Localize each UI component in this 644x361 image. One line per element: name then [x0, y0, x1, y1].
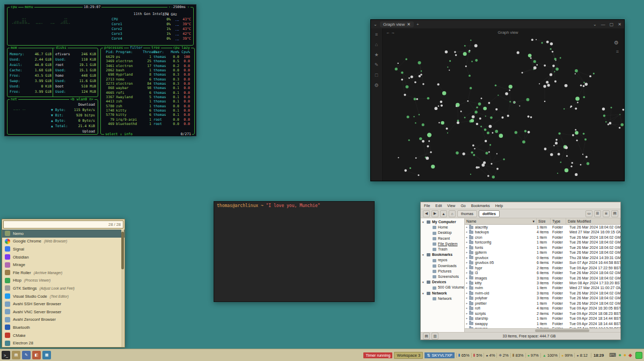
- file-row[interactable]: ▸ polybar 3 items Folder Tue 26 Mar 2024…: [465, 296, 620, 300]
- btop-net-title[interactable]: net: [10, 98, 18, 101]
- file-row[interactable]: ▸ prettier 1 item Folder Tue 26 Mar 2024…: [465, 301, 620, 306]
- chevron-down-icon[interactable]: ⌄: [374, 22, 377, 27]
- sidebar-item[interactable]: ▾ repos: [421, 257, 464, 263]
- horizontal-scrollbar[interactable]: [465, 328, 620, 332]
- side-pane-tree-button[interactable]: ▥: [431, 333, 438, 340]
- chevron-down-icon[interactable]: ⌄: [593, 22, 597, 27]
- forward-button[interactable]: ▶: [431, 210, 438, 217]
- sidebar-item[interactable]: ▾ Network: [421, 291, 464, 296]
- terminal-window[interactable]: thomas@archlinux ~ "I love you, Munchie": [214, 201, 375, 302]
- stat-segment[interactable]: ▲ 100%: [540, 353, 559, 358]
- file-row[interactable]: ▸ i3 6 items Folder Tue 26 Mar 2024 18:0…: [465, 270, 620, 275]
- process-filter-button[interactable]: filter: [129, 46, 143, 50]
- expander-icon[interactable]: ▸: [465, 306, 469, 311]
- ribbon-icon[interactable]: ★: [374, 52, 378, 57]
- stat-segment[interactable]: ▮ 5%: [471, 353, 484, 358]
- expander-icon[interactable]: ▸: [465, 281, 469, 285]
- column-date-modified[interactable]: Date Modified: [566, 218, 620, 224]
- workspace-indicator[interactable]: Workspace 3: [394, 352, 423, 359]
- sidebar-item[interactable]: ▾ My Computer: [421, 219, 464, 225]
- expander-icon[interactable]: ▸: [465, 276, 469, 281]
- nav-back-icon[interactable]: ←: [386, 30, 390, 35]
- file-row[interactable]: ▸ hypr 2 items Folder Tue 09 Apr 2024 17…: [465, 266, 620, 270]
- file-row[interactable]: ▸ gruvbox-95 6 items Folder Sun 07 Apr 2…: [465, 260, 620, 265]
- column-size[interactable]: Size: [537, 218, 551, 224]
- app-menu-item[interactable]: Signal: [2, 245, 125, 253]
- app-menu-item[interactable]: File Roller (Archive Manager): [2, 269, 125, 277]
- menu-item[interactable]: Edit: [435, 204, 442, 208]
- launcher-icon[interactable]: ◧: [32, 351, 41, 359]
- nav-forward-icon[interactable]: →: [391, 30, 396, 35]
- stat-segment[interactable]: ▮ 83%: [510, 353, 525, 358]
- stat-segment[interactable]: ● 99%: [559, 353, 574, 358]
- process-row[interactable]: 2062 bash 1 thomas 0.0 0.0: [101, 68, 194, 72]
- process-row[interactable]: 5780 zsh 1 thomas 0.0 0.0: [101, 104, 194, 108]
- expander-icon[interactable]: ▸: [465, 245, 469, 250]
- home-button[interactable]: ⌂: [449, 210, 456, 217]
- file-row[interactable]: ▸ nvim-old 3 items Folder Tue 26 Mar 202…: [465, 291, 620, 296]
- process-sort-button[interactable]: cpu lazy: [172, 46, 191, 50]
- app-menu-item[interactable]: Google Chrome (Web Browser): [2, 238, 125, 246]
- expander-icon[interactable]: ▸: [465, 260, 469, 265]
- tray-icon[interactable]: ◆: [628, 352, 632, 358]
- close-icon[interactable]: ✕: [618, 22, 621, 27]
- file-row[interactable]: ▸ gpferm 1 item Folder Tue 26 Mar 2024 1…: [465, 250, 620, 255]
- app-menu-item[interactable]: Avahi Zeroconf Browser: [2, 316, 125, 324]
- btop-mem-panel[interactable]: mem disks Memory: 46.7 GiB Used: 2.44 Gi…: [7, 48, 98, 97]
- detailed-view-button[interactable]: ▤: [611, 210, 618, 217]
- expander-icon[interactable]: ▸: [465, 225, 469, 230]
- graph-filter-icon[interactable]: ≡: [616, 49, 619, 54]
- tray-icon[interactable]: ●: [624, 352, 626, 358]
- timer-badge[interactable]: Timer running: [363, 352, 392, 358]
- tab-close-icon[interactable]: ✕: [407, 22, 411, 27]
- app-menu-item[interactable]: Obsidian: [2, 253, 125, 261]
- file-row[interactable]: ▸ fonts 1 item Folder Tue 26 Mar 2024 18…: [465, 245, 620, 250]
- menu-search-box[interactable]: 28 / 28: [3, 220, 123, 229]
- sidebar-item[interactable]: ▾ Home: [421, 225, 464, 230]
- launcher-icon[interactable]: ▤: [12, 351, 20, 359]
- btop-net-iface[interactable]: <b wlan0 n>: [69, 98, 94, 101]
- file-row[interactable]: ▸ backups 4 items Folder Wed 27 Mar 2024…: [465, 230, 620, 234]
- expander-icon[interactable]: ▸: [465, 321, 469, 326]
- sidebar-item[interactable]: ▾ Trash: [421, 247, 464, 252]
- file-row[interactable]: ▸ kitty 3 items Folder Mon 08 Apr 2024 1…: [465, 281, 620, 285]
- section-chevron-icon[interactable]: ▾: [422, 252, 425, 257]
- side-pane-places-button[interactable]: ▤: [423, 333, 430, 340]
- file-row[interactable]: ▸ scripts 2 items Folder Tue 09 Apr 2024…: [465, 311, 620, 316]
- stat-segment[interactable]: ▮ 65%: [456, 353, 471, 358]
- section-chevron-icon[interactable]: ▾: [422, 279, 425, 285]
- menu-item[interactable]: Bookmarks: [471, 204, 490, 208]
- graph-canvas[interactable]: ⚙ ≡: [383, 36, 624, 181]
- btop-cpu-title[interactable]: cpu: [10, 5, 18, 9]
- up-button[interactable]: ▲: [440, 210, 447, 217]
- process-row[interactable]: 4413 zsh 1 thomas 0.1 0.0: [101, 99, 194, 104]
- sidebar-item[interactable]: ▾ Downloads: [421, 263, 464, 269]
- file-row[interactable]: ▸ starship 1 item Folder Tue 09 Apr 2024…: [465, 316, 620, 321]
- process-row[interactable]: 4665 rofi 6 thomas 0.1 0.0: [101, 91, 194, 95]
- compact-view-button[interactable]: ≣: [603, 210, 610, 217]
- expander-icon[interactable]: ▸: [465, 311, 469, 316]
- process-row[interactable]: 3367 Xwayland 5 thomas 0.1 0.0: [101, 95, 194, 99]
- process-row[interactable]: 6629 ps 1 thomas 0.0 100: [101, 55, 194, 59]
- sidebar-item[interactable]: ▾ Bookmarks: [421, 252, 464, 257]
- app-menu-item[interactable]: Nemo: [2, 230, 125, 238]
- icon-view-button[interactable]: ⊞: [594, 210, 601, 217]
- btop-menu-button[interactable]: menu: [24, 5, 34, 9]
- menu-scrollbar-thumb[interactable]: [121, 232, 124, 269]
- app-menu-item[interactable]: GTK Settings (Adjust Look and Feel): [2, 284, 125, 292]
- process-select-hint[interactable]: select ↓ info: [104, 132, 134, 136]
- sidebar-item[interactable]: ▾ Recent: [421, 236, 464, 241]
- expander-icon[interactable]: ▸: [465, 316, 469, 321]
- btop-disks-title[interactable]: disks: [55, 46, 68, 50]
- ribbon-icon[interactable]: ⚙: [374, 83, 378, 88]
- menu-item[interactable]: File: [424, 204, 430, 208]
- sidebar-item[interactable]: ▾ 500 GB Volume: [421, 285, 464, 290]
- network-segment[interactable]: ⇅ SKYVL7XP: [425, 352, 455, 358]
- sidebar-item[interactable]: ▾ Screenshots: [421, 274, 464, 279]
- ribbon-icon[interactable]: ⌂: [375, 42, 378, 47]
- sidebar-item[interactable]: ▾ Devices: [421, 279, 464, 285]
- column-type[interactable]: Type: [551, 218, 566, 224]
- clock[interactable]: 18:29: [591, 353, 606, 358]
- expander-icon[interactable]: ▸: [465, 235, 469, 240]
- file-row[interactable]: ▸ nvim 1 item Folder Wed 27 Mar 2024 11:…: [465, 285, 620, 290]
